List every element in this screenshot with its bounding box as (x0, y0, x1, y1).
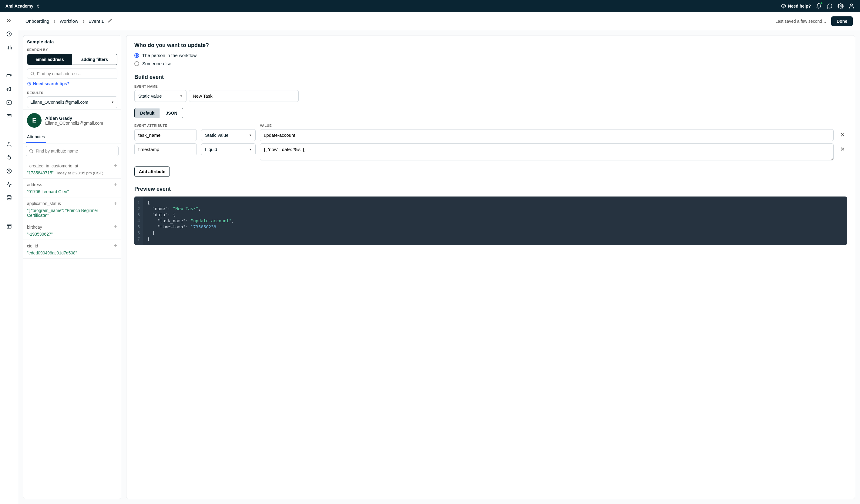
breadcrumb-workflow[interactable]: Workflow (59, 18, 78, 24)
dashboard-icon[interactable] (6, 31, 12, 37)
attr-value: "{ "program_name": "French Beginner Cert… (27, 208, 117, 218)
svg-point-17 (30, 149, 32, 152)
breadcrumb-onboarding[interactable]: Onboarding (26, 18, 49, 24)
event-name-input[interactable] (189, 90, 299, 102)
svg-point-1 (783, 7, 784, 7)
attr-type-select[interactable]: Liquid ▼ (201, 143, 256, 155)
attr-value: "-193530627" (27, 232, 53, 236)
svg-rect-8 (7, 101, 11, 104)
attr-search-input[interactable] (26, 146, 118, 156)
remove-row-button[interactable]: ✕ (838, 143, 847, 153)
code-content: { "name": "New Task", "data": { "task_na… (143, 197, 847, 245)
analytics-icon[interactable] (6, 44, 12, 51)
search-icon (30, 71, 35, 76)
activity-icon[interactable] (6, 181, 12, 187)
attr-value-input[interactable] (260, 129, 834, 141)
add-attr-icon[interactable]: + (114, 162, 117, 169)
notifications-icon[interactable] (816, 3, 822, 9)
workspace-switcher[interactable]: Ami Academy (5, 4, 40, 9)
attr-value: "eded090496ac01d7d508" (27, 250, 77, 255)
svg-point-14 (31, 72, 34, 75)
transactional-icon[interactable] (6, 99, 12, 105)
code-preview: 1234567 { "name": "New Task", "data": { … (134, 197, 847, 245)
attr-name: _created_in_customerio_at (27, 163, 78, 168)
breadcrumb-actions: Last saved a few second… Done (775, 16, 853, 26)
done-button[interactable]: Done (831, 16, 853, 26)
person-tabs: Attributes (23, 131, 121, 143)
attr-value: "01706 Leonard Glen" (27, 189, 69, 194)
data-icon[interactable] (6, 195, 12, 201)
remove-row-button[interactable]: ✕ (838, 129, 847, 138)
radio-off-icon (134, 61, 139, 66)
radio-person-in-workflow[interactable]: The person in the workflow (134, 53, 847, 58)
chat-icon[interactable] (827, 3, 833, 9)
add-attr-icon[interactable]: + (114, 181, 117, 188)
settings-icon[interactable] (837, 3, 844, 9)
breadcrumb-bar: Onboarding ❯ Workflow ❯ Event 1 Last sav… (18, 12, 860, 30)
svg-point-5 (9, 34, 10, 34)
event-name-label: EVENT NAME (134, 85, 847, 88)
dropdown-icon: ▼ (249, 148, 252, 151)
need-help-link[interactable]: Need help? (781, 3, 811, 9)
content-icon[interactable] (6, 223, 12, 229)
need-help-label: Need help? (788, 4, 811, 9)
segment-filters[interactable]: adding filters (72, 54, 117, 64)
svg-point-9 (8, 142, 10, 144)
col-header-value: VALUE (260, 124, 847, 127)
svg-rect-13 (7, 224, 11, 228)
dropdown-icon: ▼ (111, 101, 114, 104)
accounts-icon[interactable] (6, 168, 12, 174)
attr-name-input[interactable] (134, 143, 197, 155)
add-attr-icon[interactable]: + (114, 224, 117, 230)
attribute-table: EVENT ATTRIBUTE VALUE Static value ▼ (134, 124, 847, 162)
list-item: birthday + "-193530627" (23, 221, 121, 240)
attr-name: cio_id (27, 244, 38, 248)
who-section-title: Who do you want to update? (134, 42, 847, 48)
add-attr-icon[interactable]: + (114, 200, 117, 207)
delivery-icon[interactable] (6, 113, 12, 119)
content-row: Sample data SEARCH BY email address addi… (18, 30, 860, 504)
journeys-icon[interactable] (6, 73, 12, 79)
icon-rail (0, 12, 18, 504)
attr-type-select[interactable]: Static value ▼ (201, 129, 256, 141)
dropdown-icon: ▼ (249, 134, 252, 137)
main-area: Onboarding ❯ Workflow ❯ Event 1 Last sav… (18, 12, 860, 504)
radio-someone-else[interactable]: Someone else (134, 61, 847, 66)
svg-point-12 (7, 196, 11, 197)
breadcrumb-current: Event 1 (88, 18, 104, 24)
result-select[interactable]: Eliane_OConnell1@gmail.com ▼ (27, 97, 117, 108)
attr-name-input[interactable] (134, 129, 197, 141)
search-input[interactable] (27, 69, 117, 79)
event-builder-panel: Who do you want to update? The person in… (126, 35, 855, 499)
tab-attributes[interactable]: Attributes (26, 131, 46, 143)
attr-name: birthday (27, 225, 42, 230)
header-right: Need help? (781, 3, 855, 9)
add-attr-icon[interactable]: + (114, 242, 117, 249)
view-default[interactable]: Default (135, 108, 160, 118)
person-name: Aidan Grady (45, 116, 103, 121)
segment-email[interactable]: email address (27, 54, 72, 64)
edit-icon[interactable] (108, 18, 112, 24)
broadcasts-icon[interactable] (6, 86, 12, 92)
help-icon (27, 82, 31, 86)
event-name-type-select[interactable]: Static value ▼ (134, 90, 186, 102)
line-numbers: 1234567 (134, 197, 143, 245)
view-json[interactable]: JSON (160, 108, 183, 118)
result-selected-value: Eliane_OConnell1@gmail.com (30, 100, 88, 105)
attr-name: address (27, 182, 42, 187)
expand-sidebar-icon[interactable] (6, 18, 12, 24)
save-status: Last saved a few second… (775, 19, 826, 24)
list-item: application_status + "{ "program_name": … (23, 198, 121, 221)
search-tips-link[interactable]: Need search tips? (27, 81, 117, 86)
attr-value-textarea[interactable]: {{ 'now' | date: '%s' }} (260, 143, 834, 160)
search-by-label: SEARCH BY (27, 48, 117, 52)
list-item: address + "01706 Leonard Glen" (23, 178, 121, 198)
user-icon[interactable] (848, 3, 855, 9)
segments-icon[interactable] (6, 155, 12, 161)
results-label: RESULTS (27, 91, 117, 95)
workspace-name: Ami Academy (5, 4, 33, 9)
attr-value: "1735849715" (27, 170, 54, 175)
people-icon[interactable] (6, 141, 12, 147)
svg-point-11 (8, 170, 10, 171)
add-attribute-button[interactable]: Add attribute (134, 167, 170, 177)
